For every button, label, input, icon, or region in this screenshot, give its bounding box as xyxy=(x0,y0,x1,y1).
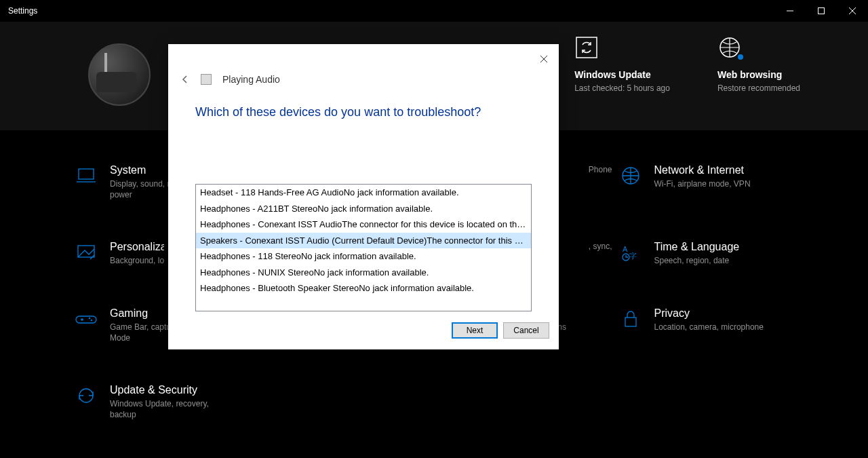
tile-title: Time & Language xyxy=(654,241,740,253)
svg-rect-3 xyxy=(79,169,94,179)
device-row[interactable]: Headphones - Conexant ISST AudioThe conn… xyxy=(196,216,531,233)
svg-rect-1 xyxy=(576,37,597,58)
tile-title: Update & Security xyxy=(110,384,225,396)
window-controls xyxy=(774,0,868,22)
dialog-title: Playing Audio xyxy=(222,74,280,85)
device-row[interactable]: Headphones - Bluetooth Speaker StereoNo … xyxy=(196,280,531,297)
tile-privacy[interactable]: Privacy Location, camera, microphone xyxy=(619,307,794,343)
window-titlebar: Settings xyxy=(0,0,868,22)
tile-sub: Background, lock screen, colors xyxy=(110,255,164,266)
notification-badge-icon xyxy=(736,53,745,61)
header-card-sub: Restore recommended xyxy=(717,83,800,94)
time-language-icon: A字 xyxy=(619,241,642,264)
paintbrush-icon xyxy=(75,241,98,264)
header-card-title: Web browsing xyxy=(717,69,782,80)
device-row[interactable]: Speakers - Conexant ISST Audio (Current … xyxy=(196,233,531,249)
svg-point-9 xyxy=(89,317,90,318)
globe-icon xyxy=(717,35,742,60)
tile-title: Personalization xyxy=(110,241,164,253)
svg-point-10 xyxy=(91,319,92,320)
dialog-close-button[interactable] xyxy=(534,50,553,69)
tile-sub: Location, camera, microphone xyxy=(654,322,764,332)
header-card-title: Windows Update xyxy=(574,69,651,80)
svg-text:A: A xyxy=(623,245,628,253)
svg-rect-0 xyxy=(818,8,825,14)
tile-update-security[interactable]: Update & Security Windows Update, recove… xyxy=(75,384,250,420)
tile-sub-fragment: , sync, xyxy=(589,241,612,252)
cancel-button[interactable]: Cancel xyxy=(503,322,549,339)
maximize-button[interactable] xyxy=(806,0,837,22)
header-card-sub: Last checked: 5 hours ago xyxy=(574,83,670,94)
update-icon xyxy=(75,384,98,407)
tile-title: Privacy xyxy=(654,307,764,320)
laptop-icon xyxy=(75,164,98,187)
device-row[interactable]: Headphones - NUNIX StereoNo jack informa… xyxy=(196,265,531,281)
svg-text:字: 字 xyxy=(629,252,637,260)
troubleshooter-icon xyxy=(201,74,212,85)
header-card-web-browsing[interactable]: Web browsing Restore recommended xyxy=(717,35,800,94)
troubleshooter-dialog: Playing Audio Which of these devices do … xyxy=(168,44,559,349)
user-avatar[interactable] xyxy=(88,43,151,106)
tile-sub: Speech, region, date xyxy=(654,255,740,266)
sync-icon xyxy=(574,35,599,60)
dialog-breadcrumb: Playing Audio xyxy=(168,44,559,85)
tile-time-language[interactable]: A字 Time & Language Speech, region, date xyxy=(619,241,794,266)
window-title: Settings xyxy=(8,6,774,16)
tile-network[interactable]: Network & Internet Wi-Fi, airplane mode,… xyxy=(619,164,794,200)
tile-sub: Windows Update, recovery, backup xyxy=(110,398,225,420)
header-card-windows-update[interactable]: Windows Update Last checked: 5 hours ago xyxy=(574,35,670,94)
tile-sub-fragment: Phone xyxy=(589,164,612,175)
lock-icon xyxy=(619,307,642,330)
globe-icon xyxy=(619,164,642,187)
device-row[interactable]: Headset - 118 Hands-Free AG AudioNo jack… xyxy=(196,185,531,201)
device-row[interactable]: Headphones - 118 StereoNo jack informati… xyxy=(196,248,531,265)
back-arrow-icon[interactable] xyxy=(180,75,190,84)
gamepad-icon xyxy=(75,307,98,330)
next-button[interactable]: Next xyxy=(452,322,498,339)
dialog-question: Which of these devices do you want to tr… xyxy=(168,85,559,119)
tile-sub: Wi-Fi, airplane mode, VPN xyxy=(654,178,751,189)
minimize-button[interactable] xyxy=(774,0,806,22)
svg-rect-14 xyxy=(625,318,636,326)
close-button[interactable] xyxy=(837,0,868,22)
tile-title: Network & Internet xyxy=(654,164,751,176)
device-row[interactable]: Headphones - A211BT StereoNo jack inform… xyxy=(196,201,531,217)
device-list[interactable]: Headset - 118 Hands-Free AG AudioNo jack… xyxy=(195,184,532,311)
